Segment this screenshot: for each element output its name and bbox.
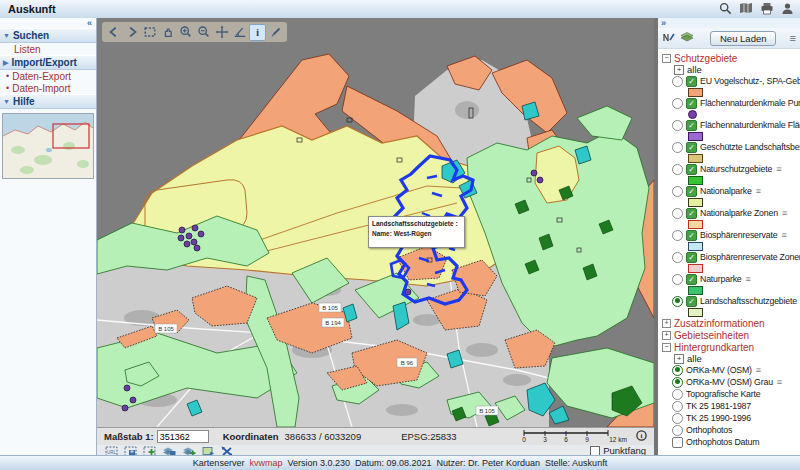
layer-item[interactable]: ✓Geschützte Landschaftsbestandteile≡ <box>662 141 800 153</box>
layer-checkbox[interactable]: ✓ <box>686 296 697 307</box>
footer-bar: Kartenserver kvwmap Version 3.0.230 Datu… <box>0 455 800 470</box>
toggle-all-row[interactable]: + alle <box>662 64 800 75</box>
layer-checkbox[interactable]: ✓ <box>686 142 697 153</box>
layer-menu-icon[interactable]: ≡ <box>756 365 761 375</box>
atlas-icon[interactable] <box>739 2 753 15</box>
sidebar-section-import-export[interactable]: ▶ Import/Export <box>0 55 96 70</box>
collapse-box-icon[interactable]: − <box>662 343 671 352</box>
background-layer-item[interactable]: Topografische Karte <box>662 388 800 400</box>
recenter-icon[interactable] <box>213 24 230 41</box>
layer-checkbox[interactable]: ✓ <box>686 230 697 241</box>
layer-item[interactable]: ✓Flächennaturdenkmale Flächen≡ <box>662 119 800 131</box>
layer-radio[interactable] <box>672 401 683 412</box>
print-icon[interactable] <box>760 2 774 15</box>
layer-radio[interactable] <box>672 413 683 424</box>
layer-item[interactable]: ✓Flächennaturdenkmale Punkte≡ <box>662 97 800 109</box>
layer-menu-icon[interactable]: ≡ <box>782 208 787 218</box>
background-layer-item[interactable]: TK 25 1990-1996 <box>662 412 800 424</box>
info-query-icon[interactable]: i <box>249 24 266 41</box>
search-icon[interactable] <box>719 2 732 15</box>
next-extent-icon[interactable] <box>123 24 140 41</box>
layer-radio[interactable] <box>672 208 683 219</box>
layers-icon[interactable] <box>680 31 694 45</box>
layer-checkbox[interactable]: ✓ <box>686 252 697 263</box>
layer-menu-icon[interactable]: ≡ <box>746 274 751 284</box>
layer-item[interactable]: ✓EU Vogelschutz-, SPA-Gebiete≡ <box>662 75 800 87</box>
layer-item-selected[interactable]: ✓Landschaftsschutzgebiete≡ <box>662 295 800 307</box>
group-schutzgebiete[interactable]: − Schutzgebiete <box>662 52 800 64</box>
layer-item[interactable]: ✓Biosphärenreservate≡ <box>662 229 800 241</box>
group-hintergrundkarten[interactable]: − Hintergrundkarten <box>662 341 800 353</box>
layer-radio[interactable] <box>672 230 683 241</box>
layer-checkbox[interactable]: ✓ <box>686 186 697 197</box>
layer-checkbox[interactable]: ✓ <box>686 76 697 87</box>
layer-radio[interactable] <box>672 389 683 400</box>
layer-item[interactable]: ✓Naturparke≡ <box>662 273 800 285</box>
panel-collapse-icon[interactable]: » <box>658 18 800 28</box>
layer-radio[interactable] <box>672 274 683 285</box>
layer-radio[interactable] <box>672 98 683 109</box>
layer-radio-selected[interactable] <box>672 377 683 388</box>
layer-checkbox[interactable]: ✓ <box>686 274 697 285</box>
layer-checkbox[interactable]: ✓ <box>686 164 697 175</box>
zoom-in-icon[interactable] <box>177 24 194 41</box>
sidebar-collapse-icon[interactable]: « <box>0 18 96 28</box>
zoom-out-icon[interactable] <box>195 24 212 41</box>
snap-checkbox[interactable] <box>590 446 600 456</box>
layer-menu-icon[interactable]: ≡ <box>777 377 782 387</box>
map-viewport[interactable]: B 105 B 105 B 194 B 96 B 105 <box>97 18 654 427</box>
sidebar-item-daten-export[interactable]: • Daten-Export <box>0 70 96 82</box>
zoom-box-icon[interactable] <box>141 24 158 41</box>
toggle-all-checkbox[interactable]: + <box>674 65 684 75</box>
measure-icon[interactable] <box>231 24 248 41</box>
sidebar-section-hilfe[interactable]: ▼ Hilfe <box>0 94 96 109</box>
layer-menu-icon[interactable]: ≡ <box>776 164 781 174</box>
edit-pencil-icon[interactable] <box>267 24 284 41</box>
layer-radio[interactable] <box>672 76 683 87</box>
legend-edit-icon[interactable] <box>662 31 675 45</box>
sidebar-section-suchen[interactable]: ▼ Suchen <box>0 28 96 43</box>
layer-radio[interactable] <box>672 120 683 131</box>
previous-extent-icon[interactable] <box>105 24 122 41</box>
group-gebietseinheiten[interactable]: + Gebietseinheiten <box>662 329 800 341</box>
layer-menu-icon[interactable]: ≡ <box>781 230 786 240</box>
layer-item[interactable]: ✓Nationalparke Zonen≡ <box>662 207 800 219</box>
user-icon[interactable] <box>781 2 794 15</box>
scale-input[interactable] <box>157 430 209 443</box>
sidebar-item-listen[interactable]: Listen <box>0 43 96 55</box>
background-layer-item[interactable]: TK 25 1981-1987 <box>662 400 800 412</box>
layer-item[interactable]: ✓Biosphärenreservate Zonen≡ <box>662 251 800 263</box>
background-layer-item[interactable]: ORKa-MV (OSM) Grau≡ <box>662 376 800 388</box>
background-layer-item[interactable]: Orthophotos <box>662 424 800 436</box>
legend-swatch <box>688 220 703 229</box>
layer-radio[interactable] <box>672 142 683 153</box>
layer-radio-selected[interactable] <box>672 365 683 376</box>
layer-checkbox[interactable]: ✓ <box>686 120 697 131</box>
layer-checkbox[interactable]: ✓ <box>686 98 697 109</box>
layer-radio[interactable] <box>672 164 683 175</box>
layer-radio-selected[interactable] <box>672 296 683 307</box>
layer-item[interactable]: ✓Naturschutzgebiete≡ <box>662 163 800 175</box>
kvwmap-brand-link[interactable]: kvwmap <box>249 458 282 468</box>
pan-hand-icon[interactable] <box>159 24 176 41</box>
background-layer-item[interactable]: Orthophotos Datum <box>662 436 800 448</box>
layer-radio[interactable] <box>672 186 683 197</box>
overview-map[interactable] <box>2 113 94 179</box>
expand-box-icon[interactable]: + <box>662 319 671 328</box>
expand-box-icon[interactable]: + <box>662 331 671 340</box>
layer-radio[interactable] <box>672 252 683 263</box>
reload-button[interactable]: Neu Laden <box>710 31 776 46</box>
group-zusatzinformationen[interactable]: + Zusatzinformationen <box>662 317 800 329</box>
collapse-box-icon[interactable]: − <box>662 54 671 63</box>
background-layer-item[interactable]: ORKa-MV (OSM)≡ <box>662 364 800 376</box>
layer-item[interactable]: ✓Nationalparke≡ <box>662 185 800 197</box>
layer-radio[interactable] <box>672 425 683 436</box>
toggle-all-row[interactable]: + alle <box>662 353 800 364</box>
toggle-all-checkbox[interactable]: + <box>674 354 684 364</box>
layer-checkbox[interactable]: ✓ <box>686 208 697 219</box>
panel-menu-icon[interactable]: ≡ <box>790 32 796 44</box>
layer-checkbox-unchecked[interactable] <box>672 437 683 448</box>
layer-menu-icon[interactable]: ≡ <box>756 186 761 196</box>
scalebar-info-icon[interactable]: i <box>636 430 647 443</box>
sidebar-item-daten-import[interactable]: • Daten-Import <box>0 82 96 94</box>
